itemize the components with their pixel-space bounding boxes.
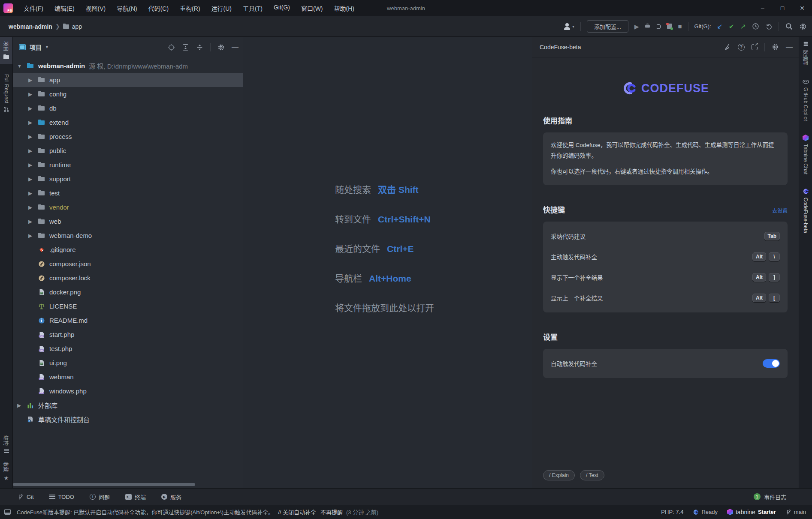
menu-run[interactable]: 运行(U) <box>207 2 236 14</box>
help-icon[interactable]: ? <box>738 44 745 51</box>
menu-navigate[interactable]: 导航(N) <box>112 2 142 14</box>
rollback-icon[interactable] <box>765 23 773 30</box>
toggle-panels-icon[interactable] <box>4 509 11 515</box>
codefuse-settings-gear-icon[interactable] <box>772 43 779 51</box>
tree-item-docker-png[interactable]: docker.png <box>13 285 243 299</box>
auto-trigger-toggle[interactable] <box>763 359 780 368</box>
menu-window[interactable]: 窗口(W) <box>296 2 328 14</box>
menu-git[interactable]: Git(G) <box>269 2 295 14</box>
tree-item-db[interactable]: ▶ db <box>13 101 243 115</box>
chevron-collapsed-icon[interactable]: ▶ <box>28 77 38 83</box>
chevron-collapsed-icon[interactable]: ▶ <box>28 190 38 196</box>
menu-code[interactable]: 代码(C) <box>144 2 173 14</box>
tree-item-scratches[interactable]: 草稿文件和控制台 <box>13 412 243 426</box>
tool-button-codefuse[interactable]: CodeFuse-beta <box>799 184 812 237</box>
chevron-collapsed-icon[interactable]: ▶ <box>28 162 38 168</box>
tool-button-services[interactable]: ▶ 服务 <box>161 493 181 501</box>
tool-button-copilot[interactable]: GitHub Copilot <box>799 75 812 125</box>
explain-command-chip[interactable]: / Explain <box>543 470 575 480</box>
tool-button-structure[interactable]: 结构 <box>0 431 12 457</box>
stop-icon[interactable]: ■ <box>678 23 682 30</box>
menu-tools[interactable]: 工具(T) <box>238 2 267 14</box>
tree-item-app[interactable]: ▶ app <box>13 73 243 87</box>
tree-item-windows-php[interactable]: PHP windows.php <box>13 384 243 398</box>
tree-item-config[interactable]: ▶ config <box>13 87 243 101</box>
horizontal-scrollbar[interactable] <box>13 483 195 486</box>
tool-button-todo[interactable]: TODO <box>49 494 74 500</box>
collapse-all-icon[interactable] <box>182 44 189 51</box>
git-push-icon[interactable]: ↗ <box>740 22 746 30</box>
tree-item-support[interactable]: ▶ support <box>13 172 243 186</box>
editor-area[interactable]: 随处搜索 双击 Shift 转到文件 Ctrl+Shift+N 最近的文件 Ct… <box>243 37 532 488</box>
menu-help[interactable]: 帮助(H) <box>329 2 359 14</box>
menu-refactor[interactable]: 重构(R) <box>175 2 205 14</box>
tree-item-license[interactable]: LICENSE <box>13 299 243 313</box>
expand-collapse-icon[interactable] <box>196 44 203 51</box>
chevron-expanded-icon[interactable]: ▼ <box>17 63 27 69</box>
breadcrumb-project[interactable]: webman-admin <box>9 23 52 30</box>
git-branch-widget[interactable]: main <box>785 509 806 515</box>
tool-button-problems[interactable]: ! 问题 <box>90 493 110 501</box>
chevron-collapsed-icon[interactable]: ▶ <box>28 148 38 154</box>
tree-item-root[interactable]: ▼ webman-admin 源 根, D:\dnmp\www\webman-a… <box>13 59 243 73</box>
project-panel-title[interactable]: 项目 <box>30 43 42 51</box>
menu-view[interactable]: 视图(V) <box>81 2 111 14</box>
tool-button-database[interactable]: 数据库 <box>799 37 812 69</box>
chevron-collapsed-icon[interactable]: ▶ <box>28 120 38 126</box>
run-icon[interactable]: ▶ <box>634 23 639 30</box>
tool-button-tabnine[interactable]: Tabnine Chat <box>799 130 812 179</box>
tool-button-favorites[interactable]: 收藏 ★ <box>0 457 12 488</box>
maximize-button[interactable]: □ <box>773 0 792 16</box>
profiler-icon[interactable] <box>667 24 672 29</box>
chevron-down-icon[interactable]: ▼ <box>45 45 49 49</box>
chevron-collapsed-icon[interactable]: ▶ <box>28 105 38 111</box>
phpstorm-logo-icon[interactable]: PS <box>3 3 13 13</box>
codefuse-status-widget[interactable]: Ready <box>693 509 718 515</box>
hide-panel-icon[interactable]: — <box>786 43 793 51</box>
chevron-collapsed-icon[interactable]: ▶ <box>28 219 38 225</box>
tabnine-status-widget[interactable]: tabnine Starter <box>727 509 776 516</box>
disable-autocomplete-link[interactable]: // 关闭自动补全 <box>278 508 316 516</box>
chevron-collapsed-icon[interactable]: ▶ <box>28 91 38 97</box>
open-in-browser-icon[interactable] <box>752 44 758 50</box>
tool-button-project[interactable]: 项目 <box>0 37 12 64</box>
tree-item-test[interactable]: ▶ test <box>13 186 243 200</box>
locate-file-icon[interactable] <box>168 44 175 51</box>
git-update-icon[interactable]: ↙ <box>717 22 723 30</box>
tree-item-process[interactable]: ▶ process <box>13 129 243 144</box>
git-commit-icon[interactable]: ✔ <box>729 23 734 30</box>
close-button[interactable]: ✕ <box>792 0 812 16</box>
tree-item-readme[interactable]: README.md <box>13 313 243 327</box>
event-log-button[interactable]: 事件日志 <box>764 493 786 501</box>
test-command-chip[interactable]: / Test <box>580 470 604 480</box>
tool-button-terminal[interactable]: >_ 终端 <box>125 493 146 501</box>
tree-item-extend[interactable]: ▶ extend <box>13 115 243 129</box>
tree-item-composer-lock[interactable]: composer.lock <box>13 271 243 285</box>
panel-settings-gear-icon[interactable] <box>217 44 225 51</box>
tree-item-web[interactable]: ▶ web <box>13 214 243 228</box>
settings-gear-icon[interactable] <box>799 23 807 30</box>
tool-button-pull-request[interactable]: Pull Request <box>0 70 12 117</box>
tree-item-start-php[interactable]: PHP start.php <box>13 327 243 342</box>
debug-icon[interactable] <box>645 24 650 29</box>
tool-button-git[interactable]: Git <box>17 494 34 500</box>
tree-item-webman-demo[interactable]: ▶ webman-demo <box>13 228 243 243</box>
chevron-collapsed-icon[interactable]: ▶ <box>28 204 38 210</box>
tree-item-ui-png[interactable]: ui.png <box>13 356 243 370</box>
hide-panel-icon[interactable]: — <box>232 43 238 51</box>
tree-item-public[interactable]: ▶ public <box>13 144 243 158</box>
minimize-button[interactable]: – <box>753 0 773 16</box>
chevron-collapsed-icon[interactable]: ▶ <box>17 402 27 408</box>
tree-item-runtime[interactable]: ▶ runtime <box>13 158 243 172</box>
tree-item-external-libraries[interactable]: ▶ 外部库 <box>13 398 243 412</box>
go-to-settings-link[interactable]: 去设置 <box>772 207 788 214</box>
tree-item-gitignore[interactable]: .gitignore <box>13 243 243 257</box>
add-configuration-button[interactable]: 添加配置... <box>587 20 628 33</box>
tree-item-test-php[interactable]: PHP test.php <box>13 342 243 356</box>
tree-item-composer-json[interactable]: composer.json <box>13 257 243 271</box>
chevron-collapsed-icon[interactable]: ▶ <box>28 233 38 239</box>
user-menu-button[interactable]: ▾ <box>563 21 574 32</box>
mute-reminder-link[interactable]: 不再提醒 <box>320 508 343 516</box>
history-icon[interactable] <box>752 23 759 30</box>
php-version-widget[interactable]: PHP: 7.4 <box>661 509 683 515</box>
